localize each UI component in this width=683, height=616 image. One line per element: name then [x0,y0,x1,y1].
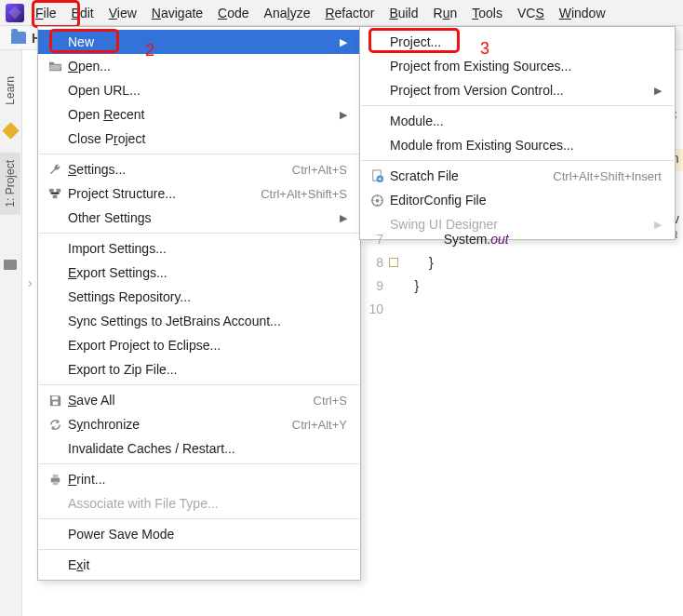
menu-item-label: Settings Repository... [64,289,347,304]
new-menu-item-scratch-file[interactable]: Scratch FileCtrl+Alt+Shift+Insert [360,164,675,188]
menu-item-label: Invalidate Caches / Restart... [64,441,347,456]
menubar-item-run[interactable]: Run [426,2,465,24]
learn-icon [2,122,19,139]
menu-item-label: Open Recent [64,107,332,122]
file-menu-item-save-all[interactable]: Save AllCtrl+S [38,388,360,412]
submenu-arrow-icon: ▶ [340,36,347,48]
menu-item-label: Open URL... [64,83,347,98]
new-menu-item-project-from-existing-sources[interactable]: Project from Existing Sources... [360,54,675,78]
editor-line[interactable]: 9 } [363,275,683,298]
file-menu-item-invalidate-caches-restart[interactable]: Invalidate Caches / Restart... [38,436,360,461]
code-text: System.out [400,228,683,251]
print-icon [46,473,64,487]
editor-line[interactable]: 7 System.out [363,228,683,251]
file-menu-item-power-save-mode[interactable]: Power Save Mode [38,522,360,546]
new-menu-item-editorconfig-file[interactable]: EditorConfig File [360,188,675,212]
menubar: FileEditViewNavigateCodeAnalyzeRefactorB… [0,0,683,26]
separator [39,463,359,464]
file-menu-item-print[interactable]: Print... [38,467,360,491]
new-menu-item-project-from-version-control[interactable]: Project from Version Control...▶ [360,78,675,102]
menubar-item-window[interactable]: Window [552,2,613,24]
svg-rect-0 [48,188,53,192]
svg-rect-3 [51,395,58,399]
menubar-item-view[interactable]: View [101,2,144,24]
new-menu-item-module[interactable]: Module... [360,109,675,133]
file-menu-item-close-project[interactable]: Close Project [38,127,360,151]
file-menu-item-associate-with-file-type: Associate with File Type... [38,491,360,516]
editor-line[interactable]: 10 [363,298,683,321]
code-text: } [400,251,683,275]
shortcut-label: Ctrl+Alt+S [292,163,347,177]
folder-icon [11,32,26,44]
file-menu-item-settings[interactable]: Settings...Ctrl+Alt+S [38,157,360,181]
menubar-item-tools[interactable]: Tools [464,2,510,24]
menubar-item-analyze[interactable]: Analyze [257,2,318,24]
code-editor[interactable]: 7 System.out8 }9 }10 [363,228,683,616]
file-menu-item-open-recent[interactable]: Open Recent▶ [38,102,360,127]
wrench-icon [46,163,64,177]
file-menu-item-import-settings[interactable]: Import Settings... [38,236,360,261]
svg-rect-7 [52,481,58,485]
menu-item-label: EditorConfig File [386,193,662,208]
separator [39,549,359,550]
annotation-2: 2 [145,41,154,60]
line-number: 9 [363,275,400,298]
menu-item-label: Open... [64,59,347,74]
file-menu-item-sync-settings-to-jetbrains-account[interactable]: Sync Settings to JetBrains Account... [38,309,360,333]
editor-line[interactable]: 8 } [363,251,683,275]
left-sidebar: Learn 1: Project [0,50,22,616]
file-menu-item-other-settings[interactable]: Other Settings▶ [38,206,360,230]
svg-rect-6 [52,474,58,477]
line-number: 8 [363,251,400,275]
menu-item-label: Close Project [64,131,347,146]
separator [361,160,674,161]
menu-item-label: Settings... [64,162,292,177]
app-icon [6,4,24,22]
sync-icon [46,418,64,432]
submenu-arrow-icon: ▶ [654,85,662,97]
menubar-item-navigate[interactable]: Navigate [144,2,210,24]
structure-icon [46,187,64,201]
sidebar-tab-learn[interactable]: Learn [0,69,20,113]
menu-item-label: Export Project to Eclipse... [64,338,347,353]
file-menu-item-settings-repository[interactable]: Settings Repository... [38,285,360,309]
editorconfig-icon [368,194,386,208]
file-menu-item-synchronize[interactable]: SynchronizeCtrl+Alt+Y [38,412,360,436]
menubar-item-code[interactable]: Code [210,2,256,24]
separator [39,518,359,519]
menu-item-label: Module from Existing Sources... [386,138,662,153]
menu-item-label: Import Settings... [64,241,347,256]
svg-rect-4 [52,401,58,405]
annotation-box-file [32,0,80,28]
shortcut-label: Ctrl+Alt+Shift+Insert [553,169,662,183]
file-menu-item-open[interactable]: Open... [38,54,360,78]
annotation-box-project [368,28,460,53]
menubar-item-vcs[interactable]: VCS [510,2,552,24]
shortcut-label: Ctrl+Alt+Y [292,418,347,432]
new-menu-item-module-from-existing-sources[interactable]: Module from Existing Sources... [360,133,675,157]
sidebar-tab-project[interactable]: 1: Project [0,153,20,215]
file-menu-item-exit[interactable]: Exit [38,553,360,577]
menu-item-label: Project from Version Control... [386,83,647,98]
svg-rect-1 [56,188,60,192]
collapse-chevron-icon[interactable]: › [28,275,33,290]
separator [361,105,674,106]
menubar-item-build[interactable]: Build [382,2,425,24]
menu-item-label: Associate with File Type... [64,496,347,511]
file-menu-item-export-project-to-eclipse[interactable]: Export Project to Eclipse... [38,333,360,357]
separator [39,233,359,234]
menu-item-label: Synchronize [64,417,292,432]
menu-item-label: Other Settings [64,210,332,225]
menu-item-label: Power Save Mode [64,527,347,542]
annotation-3: 3 [480,39,489,59]
file-menu-item-export-to-zip-file[interactable]: Export to Zip File... [38,357,360,382]
file-menu-item-export-settings[interactable]: Export Settings... [38,261,360,285]
gutter-mark-icon [389,258,398,267]
code-text: } [400,275,683,298]
menu-item-label: Module... [386,114,662,128]
file-menu-item-project-structure[interactable]: Project Structure...Ctrl+Alt+Shift+S [38,181,360,206]
file-menu-item-open-url[interactable]: Open URL... [38,78,360,102]
new-submenu: Project...Project from Existing Sources.… [359,26,676,240]
menubar-item-refactor[interactable]: Refactor [317,2,382,24]
separator [39,154,359,154]
